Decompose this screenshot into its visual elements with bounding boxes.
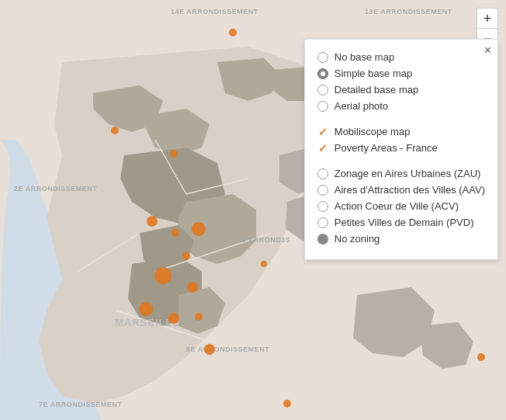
label-no-base-map: No base map (334, 51, 394, 63)
marker (182, 252, 190, 260)
label-pvd: Petites Villes de Demain (PVD) (334, 217, 474, 228)
label-poverty-areas: Poverty Areas - France (334, 142, 438, 154)
marker (168, 313, 179, 324)
option-poverty-areas[interactable]: ✓ Poverty Areas - France (317, 140, 485, 156)
option-no-zoning[interactable]: No zoning (317, 231, 485, 247)
label-7e: 7E ARRONDISSEMENT (39, 401, 122, 408)
label-mobiliscope-map: Mobiliscope map (334, 126, 411, 137)
marker (192, 222, 206, 236)
divider-2 (317, 159, 485, 165)
option-aav[interactable]: Aires d'Attraction des Villes (AAV) (317, 182, 485, 198)
option-detailed-base-map[interactable]: Detailed base map (317, 82, 485, 98)
map-container: 14E ARRONDISSEMENT 13E ARRONDISSEMENT 2E… (0, 0, 506, 420)
marker (477, 353, 485, 361)
zoom-in-button[interactable]: + (477, 9, 497, 29)
overlay-section: ✓ Mobiliscope map ✓ Poverty Areas - Fran… (317, 123, 485, 156)
label-2e: 2E ARRONDISSEMENT (14, 185, 97, 193)
label-aerial-photo: Aerial photo (334, 100, 388, 112)
marker (229, 29, 237, 36)
option-mobiliscope-map[interactable]: ✓ Mobiliscope map (317, 123, 485, 140)
marker (147, 216, 158, 227)
radio-aerial-photo (317, 101, 328, 112)
radio-simple-base-map (317, 68, 328, 79)
layer-panel: × No base map Simple base map Detailed b… (304, 39, 498, 260)
label-zau: Zonage en Aires Urbaines (ZAU) (334, 168, 481, 179)
option-aerial-photo[interactable]: Aerial photo (317, 98, 485, 114)
marker (261, 261, 267, 267)
divider-1 (317, 117, 485, 123)
marker (195, 313, 203, 321)
option-acv[interactable]: Action Coeur de Ville (ACV) (317, 198, 485, 214)
check-poverty-areas: ✓ (317, 143, 328, 154)
option-simple-base-map[interactable]: Simple base map (317, 65, 485, 82)
base-map-section: No base map Simple base map Detailed bas… (317, 49, 485, 114)
marker (139, 302, 153, 316)
option-pvd[interactable]: Petites Villes de Demain (PVD) (317, 214, 485, 231)
marker (172, 229, 179, 237)
label-14e: 14E ARRONDISSEMENT (171, 8, 258, 16)
radio-no-zoning (317, 234, 328, 245)
radio-aav (317, 185, 328, 196)
option-zau[interactable]: Zonage en Aires Urbaines (ZAU) (317, 165, 485, 182)
radio-pvd (317, 217, 328, 228)
marker (187, 282, 198, 293)
marker (204, 344, 215, 355)
label-simple-base-map: Simple base map (334, 68, 412, 79)
marker (283, 400, 291, 408)
label-detailed-base-map: Detailed base map (334, 84, 418, 95)
radio-detailed-base-map (317, 85, 328, 95)
label-acv: Action Coeur de Ville (ACV) (334, 200, 459, 212)
close-button[interactable]: × (484, 44, 491, 57)
zoning-section: Zonage en Aires Urbaines (ZAU) Aires d'A… (317, 165, 485, 247)
option-no-base-map[interactable]: No base map (317, 49, 485, 65)
label-no-zoning: No zoning (334, 233, 380, 245)
marker (170, 150, 178, 158)
marker (154, 267, 172, 284)
marker (111, 127, 119, 134)
radio-acv (317, 201, 328, 212)
label-4e: 4E ARROND3S (237, 236, 290, 244)
radio-zau (317, 168, 328, 179)
radio-no-base-map (317, 52, 328, 63)
check-mobiliscope: ✓ (317, 127, 328, 137)
label-5e: 5E ARRONDISSEMENT (186, 345, 269, 353)
label-13e: 13E ARRONDISSEMENT (365, 8, 452, 16)
label-aav: Aires d'Attraction des Villes (AAV) (334, 184, 485, 196)
